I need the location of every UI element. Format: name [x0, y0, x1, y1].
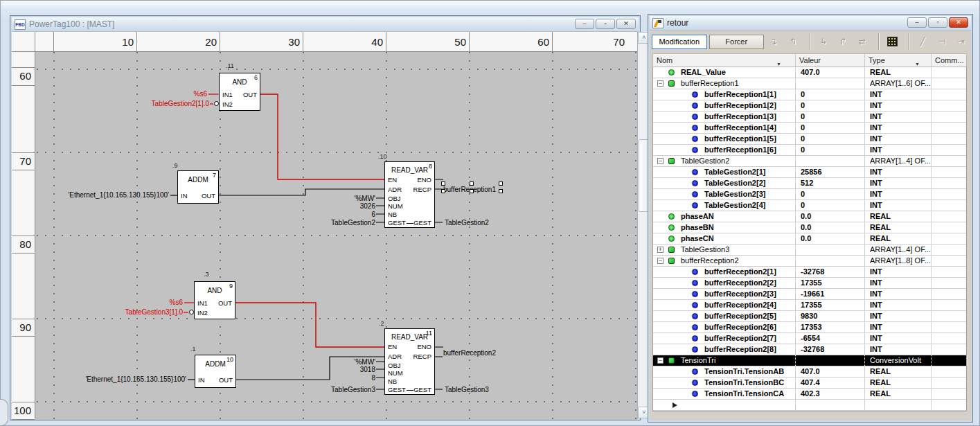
watch-row[interactable]: bufferReception2[5]9830INT — [653, 311, 966, 322]
fbd-block-readvar2[interactable]: 11 READ_VAR EN ENO ADR RECP OBJ NUM NB G… — [384, 328, 435, 395]
cell-nom[interactable]: bufferReception2[3] — [653, 289, 796, 299]
column-header-valeur[interactable]: Valeur — [796, 54, 865, 66]
readvar2-nb-operand[interactable]: 8 — [320, 374, 375, 382]
collapse-icon[interactable]: − — [657, 158, 663, 164]
cell-nom[interactable]: TableGestion2[2] — [653, 178, 796, 188]
cell-nom[interactable]: TableGestion2[1] — [653, 167, 796, 177]
watch-row[interactable]: bufferReception2[2]17355INT — [653, 278, 966, 289]
cell-nom[interactable]: bufferReception1[5] — [653, 134, 796, 144]
fbd-block-readvar1[interactable]: 8 READ_VAR EN ENO ADR RECP OBJ NUM NB GE… — [384, 161, 435, 228]
watch-row[interactable]: phaseCN0.0REAL — [653, 233, 966, 245]
fbd-canvas[interactable]: .11 6 AND IN1 IN2 OUT %s6 TableGestion2[… — [35, 52, 637, 420]
watch-row[interactable] — [653, 400, 966, 411]
cell-valeur[interactable]: 0 — [796, 189, 865, 199]
readvar2-gest-output[interactable]: TableGestion3 — [445, 386, 489, 393]
force-to-1-icon[interactable]: ↴ — [767, 35, 781, 48]
cell-valeur[interactable]: -6554 — [796, 333, 865, 344]
cell-nom[interactable]: −TableGestion2 — [653, 156, 796, 166]
watch-row[interactable]: bufferReception1[2]0INT — [653, 100, 966, 112]
readvar1-gest-output[interactable]: TableGestion2 — [445, 219, 489, 227]
watch-row[interactable]: bufferReception1[4]0INT — [653, 123, 966, 134]
cell-nom[interactable]: bufferReception2[4] — [653, 300, 796, 310]
watch-row[interactable]: REAL_Value407.0REAL — [653, 67, 966, 78]
readvar2-num-operand[interactable]: 3018 — [320, 366, 375, 373]
selection-handle[interactable] — [441, 189, 445, 193]
watch-row[interactable]: TableGestion2[2]512INT — [653, 178, 966, 189]
cell-nom[interactable]: bufferReception1[4] — [653, 123, 796, 133]
fbd-titlebar[interactable]: FBD PowerTag100 : [MAST] – ▫ ✕ — [12, 17, 639, 32]
selection-handle[interactable] — [470, 181, 474, 186]
and1-in2-operand[interactable]: TableGestion2[1].0 — [143, 100, 209, 107]
cell-valeur[interactable] — [796, 78, 865, 89]
column-header-nom[interactable]: Nom ▼ — [653, 54, 796, 66]
watch-row[interactable]: TensionTri.TensionBC407.4REAL — [653, 378, 966, 389]
watch-row[interactable]: bufferReception2[1]-32768INT — [653, 267, 966, 278]
watch-row[interactable]: −TableGestion2ARRAY[1..4] OF... — [653, 156, 966, 167]
watch-row[interactable]: phaseBN0.0REAL — [653, 222, 966, 233]
forcer-tab[interactable]: Forcer — [709, 35, 765, 49]
cell-valeur[interactable]: 407.4 — [796, 378, 865, 388]
minimize-button[interactable]: – — [575, 19, 594, 29]
and2-in1-operand[interactable]: %s6 — [137, 299, 183, 306]
cell-valeur[interactable]: 17355 — [796, 300, 865, 310]
animation-table-window[interactable]: retour – ▫ ✕ Modification Forcer ↴↰↳↱⇄╱⊣… — [648, 14, 973, 423]
watch-row[interactable]: TensionTri.TensionAB407.0REAL — [653, 366, 966, 378]
cell-nom[interactable]: bufferReception2[1] — [653, 267, 796, 277]
cell-valeur[interactable]: 0.0 — [796, 222, 865, 233]
cell-valeur[interactable]: 25856 — [796, 167, 865, 177]
fbd-block-addm1[interactable]: 7 ADDM IN OUT — [177, 170, 219, 204]
readvar2-gest-operand[interactable]: TableGestion3 — [313, 386, 375, 393]
collapse-icon[interactable]: − — [657, 80, 663, 87]
cell-valeur[interactable]: 0 — [796, 200, 865, 211]
watch-row[interactable]: bufferReception2[8]-32768INT — [653, 344, 966, 355]
watch-row[interactable]: −bufferReception2ARRAY[1..8] OF... — [653, 256, 966, 267]
cell-nom[interactable] — [653, 400, 796, 410]
cell-nom[interactable]: phaseAN — [653, 211, 796, 222]
cell-valeur[interactable]: 402.3 — [796, 389, 865, 399]
force-to-0-icon[interactable]: ↰ — [786, 35, 800, 48]
cell-nom[interactable]: −bufferReception2 — [653, 256, 796, 266]
readvar1-num-operand[interactable]: 3026 — [320, 202, 375, 210]
cell-valeur[interactable]: 9830 — [796, 311, 865, 321]
cell-valeur[interactable]: -32768 — [796, 267, 865, 277]
maximize-button[interactable]: ▫ — [928, 17, 947, 28]
addm2-in-operand[interactable]: 'Ethernet_1{10.165.130.155}100' — [84, 375, 186, 383]
cell-valeur[interactable]: 0.0 — [796, 233, 865, 244]
cell-valeur[interactable] — [796, 400, 865, 410]
cell-valeur[interactable] — [796, 245, 865, 255]
cell-nom[interactable]: bufferReception2[2] — [653, 278, 796, 288]
goto-variable-icon[interactable]: ⇥ — [954, 35, 968, 48]
force-value-icon[interactable]: ↱ — [836, 35, 850, 48]
minimize-button[interactable]: – — [907, 17, 927, 28]
cell-nom[interactable]: TensionTri.TensionAB — [653, 366, 796, 377]
cell-nom[interactable]: TensionTri.TensionBC — [653, 378, 796, 388]
cell-valeur[interactable]: 512 — [796, 178, 865, 188]
cell-valeur[interactable]: 0.0 — [796, 211, 865, 222]
watch-row[interactable]: TensionTri.TensionCA402.3REAL — [653, 389, 966, 400]
cancel-modification-icon[interactable]: ⇄ — [855, 35, 869, 48]
cell-nom[interactable]: bufferReception2[5] — [653, 311, 796, 321]
cell-valeur[interactable]: -19661 — [796, 289, 865, 299]
close-button[interactable]: ✕ — [616, 19, 636, 29]
cell-nom[interactable]: bufferReception2[7] — [653, 333, 796, 344]
cell-valeur[interactable]: 17355 — [796, 278, 865, 288]
fbd-block-and2[interactable]: 9 AND IN1 IN2 OUT — [194, 281, 235, 319]
cell-nom[interactable]: +TableGestion3 — [653, 245, 796, 255]
cell-valeur[interactable] — [796, 156, 865, 166]
cell-nom[interactable]: TensionTri.TensionCA — [653, 389, 796, 399]
readvar2-recp-output[interactable]: bufferReception2 — [443, 349, 496, 357]
cell-valeur[interactable]: 407.0 — [796, 67, 865, 78]
modification-tab[interactable]: Modification — [652, 35, 707, 49]
cell-nom[interactable]: phaseCN — [653, 233, 796, 244]
cell-nom[interactable]: TableGestion2[3] — [653, 189, 796, 199]
watch-row[interactable]: bufferReception2[3]-19661INT — [653, 289, 966, 300]
cell-nom[interactable]: −bufferReception1 — [653, 78, 796, 89]
watch-row[interactable]: −bufferReception1ARRAY[1..6] OF... — [653, 78, 966, 89]
cell-valeur[interactable]: -32768 — [796, 344, 865, 355]
cell-nom[interactable]: TableGestion2[4] — [653, 200, 796, 211]
cell-valeur[interactable]: 0 — [796, 134, 865, 144]
and2-in2-operand[interactable]: TableGestion3[1].0 — [116, 308, 183, 316]
selection-handle[interactable] — [499, 181, 503, 186]
watch-row[interactable]: TableGestion2[3]0INT — [653, 189, 966, 200]
cell-nom[interactable]: bufferReception2[8] — [653, 344, 796, 355]
